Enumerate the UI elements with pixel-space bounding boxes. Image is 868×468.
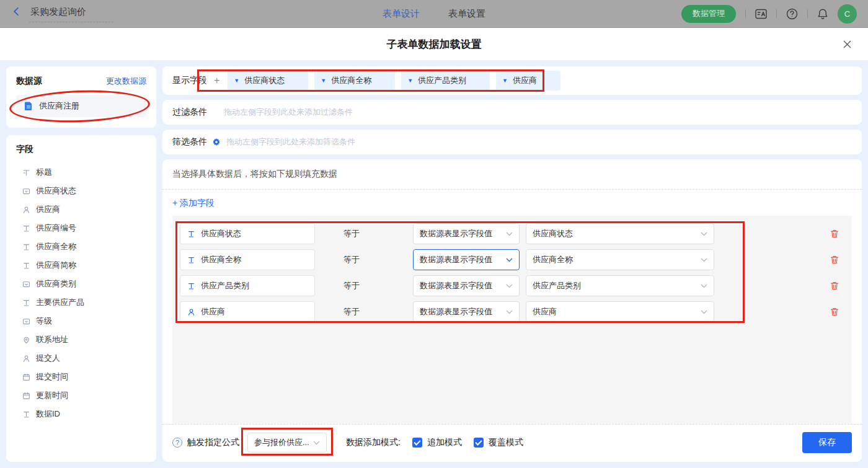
change-datasource-link[interactable]: 更改数据源 (106, 76, 146, 87)
chevron-down-icon (701, 310, 707, 314)
rule-operator: 等于 (343, 280, 381, 291)
rule-mapped-field-select[interactable]: 供应商全称 (526, 249, 714, 270)
field-item[interactable]: 提交时间 (16, 368, 146, 386)
rule-source-select[interactable]: 数据源表显示字段值 (413, 275, 520, 296)
rule-row: 供应商状态 等于 数据源表显示字段值 供应商状态 (180, 223, 844, 244)
display-field-chip[interactable]: ▼ 供应商全称 (314, 71, 395, 91)
close-icon[interactable] (843, 40, 852, 49)
rule-row: 供应商全称 等于 数据源表显示字段值 供应商全称 (180, 249, 844, 270)
add-display-field-button[interactable]: + (214, 75, 219, 86)
data-manage-button[interactable]: 数据管理 (681, 5, 736, 23)
back-chevron-icon (11, 6, 22, 19)
rule-source-select[interactable]: 数据源表显示字段值 (413, 301, 520, 322)
help-icon[interactable] (786, 8, 798, 20)
datasource-item[interactable]: 供应商注册 (16, 95, 146, 117)
fields-title: 字段 (16, 144, 146, 155)
delete-rule-icon[interactable] (830, 255, 839, 265)
select-icon (22, 317, 30, 325)
field-label: 供应商 (36, 204, 60, 215)
rule-target-field[interactable]: 供应商状态 (180, 223, 315, 244)
field-item[interactable]: 供应商状态 (16, 182, 146, 200)
rule-field-label: 供应商 (201, 306, 225, 317)
formula-value: 参与报价供应... (254, 437, 309, 448)
delete-rule-icon[interactable] (830, 307, 839, 317)
topbar-tabs: 表单设计 表单设置 (383, 8, 485, 20)
rule-target-field[interactable]: 供应产品类别 (180, 275, 315, 296)
chip-label: 供应产品类别 (418, 75, 466, 86)
overwrite-mode-checkbox[interactable] (474, 438, 484, 448)
back-button[interactable] (11, 6, 22, 19)
display-field-chip[interactable]: ▼ 供应产品类别 (401, 71, 490, 91)
select-icon (22, 187, 30, 195)
user-icon (22, 206, 30, 214)
rule-operator: 等于 (343, 254, 381, 265)
field-item[interactable]: 标题 (16, 163, 146, 182)
bell-icon[interactable] (817, 8, 828, 20)
gear-icon[interactable] (212, 138, 221, 146)
field-label: 联系地址 (36, 334, 68, 345)
sidebar: 数据源 更改数据源 供应商注册 字段 (6, 66, 156, 462)
rule-row: 供应商 等于 数据源表显示字段值 供应商 (180, 301, 844, 322)
field-label: 供应商全称 (36, 241, 76, 252)
field-item[interactable]: 供应商 (16, 200, 146, 219)
rule-target-field[interactable]: 供应商全称 (180, 249, 315, 270)
tab-form-settings[interactable]: 表单设置 (448, 8, 485, 20)
dialog-body: 数据源 更改数据源 供应商注册 字段 (0, 60, 868, 468)
rule-target-field[interactable]: 供应商 (180, 301, 315, 322)
field-label: 提交时间 (36, 371, 68, 382)
formula-help-icon[interactable]: ? (172, 438, 182, 448)
form-title[interactable]: 采购发起询价 (29, 5, 113, 22)
rule-mapped-field-select[interactable]: 供应产品类别 (526, 275, 714, 296)
rule-source-select[interactable]: 数据源表显示字段值 (413, 223, 520, 244)
field-label: 标题 (36, 167, 52, 178)
fields-card: 字段 标题 供应商状态 (6, 135, 156, 462)
rules-area: 供应商状态 等于 数据源表显示字段值 供应商状态 (172, 216, 852, 424)
rule-mapped-value: 供应商全称 (533, 254, 573, 265)
delete-rule-icon[interactable] (830, 229, 839, 239)
screen-label: 筛选条件 (172, 136, 207, 148)
fields-list: 标题 供应商状态 供应商 (16, 163, 146, 423)
chevron-down-icon: ▼ (502, 78, 508, 84)
field-item[interactable]: 主要供应产品 (16, 293, 146, 312)
display-field-chip[interactable]: ▼ 供应商 (496, 71, 560, 91)
add-field-button[interactable]: + 添加字段 (162, 190, 224, 216)
filter-condition-row[interactable]: 过滤条件 拖动左侧字段到此处来添加过滤条件 (162, 100, 862, 125)
text-icon (187, 282, 195, 290)
chevron-down-icon (506, 284, 513, 288)
field-item[interactable]: 提交人 (16, 349, 146, 368)
rule-operator: 等于 (343, 228, 381, 239)
append-mode-checkbox[interactable] (412, 438, 422, 448)
chevron-down-icon (506, 310, 513, 314)
calendar-icon (22, 392, 30, 400)
translate-icon[interactable] (755, 9, 767, 19)
field-item[interactable]: 联系地址 (16, 330, 146, 349)
formula-select[interactable]: 参与报价供应... (247, 433, 327, 453)
field-item[interactable]: 更新时间 (16, 386, 146, 405)
save-button[interactable]: 保存 (802, 432, 852, 453)
delete-rule-icon[interactable] (830, 281, 839, 291)
rule-mapped-field-select[interactable]: 供应商 (526, 301, 714, 322)
title-icon (22, 169, 30, 177)
field-item[interactable]: 等级 (16, 312, 146, 330)
avatar[interactable]: C (838, 4, 857, 24)
topbar: 采购发起询价 表单设计 表单设置 数据管理 C (0, 0, 868, 28)
field-label: 供应商编号 (36, 223, 76, 234)
field-label: 等级 (36, 316, 52, 327)
rule-mapped-value: 供应商 (533, 306, 557, 317)
display-field-chip[interactable]: ▼ 供应商状态 (228, 71, 308, 91)
field-item[interactable]: 供应商简称 (16, 256, 146, 275)
rule-mapped-field-select[interactable]: 供应商状态 (526, 223, 714, 244)
field-item[interactable]: 供应商编号 (16, 219, 146, 237)
field-item[interactable]: 供应商类别 (16, 275, 146, 293)
text-icon (22, 224, 30, 232)
text-icon (22, 243, 30, 251)
chevron-down-icon (701, 258, 707, 262)
rule-source-select[interactable]: 数据源表显示字段值 (413, 249, 520, 270)
rule-operator: 等于 (343, 306, 381, 317)
field-item[interactable]: 数据ID (16, 405, 146, 423)
tab-form-design[interactable]: 表单设计 (383, 8, 420, 20)
rule-field-label: 供应商状态 (201, 228, 241, 239)
display-fields-row: 显示字段 + ▼ 供应商状态 ▼ 供应商全称 (162, 66, 862, 95)
screen-condition-row[interactable]: 筛选条件 拖动左侧字段到此处来添加筛选条件 (162, 130, 862, 154)
field-item[interactable]: 供应商全称 (16, 237, 146, 256)
